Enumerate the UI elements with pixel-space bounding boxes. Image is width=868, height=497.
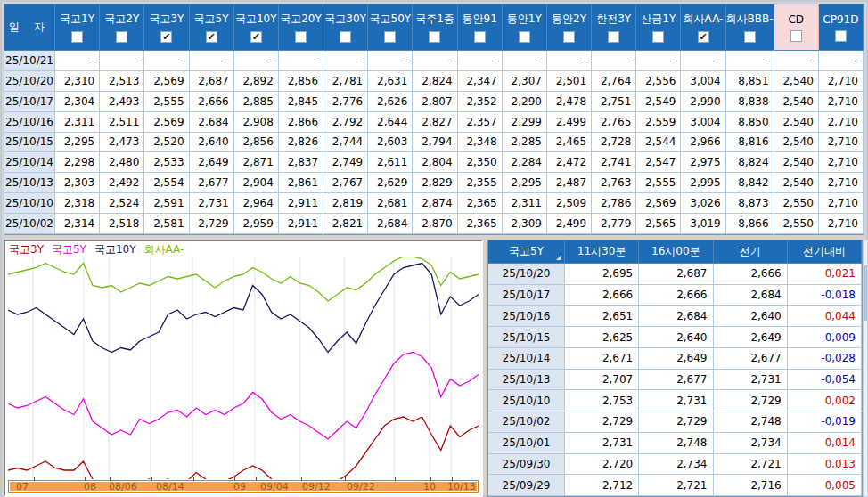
rate-cell: 3,004 (681, 112, 725, 133)
column-header-국고2Y[interactable]: 국고2Y (100, 4, 144, 51)
rate-line-chart (8, 257, 479, 479)
column-header-label: 국고3Y (149, 12, 184, 27)
rate-cell: 2,827 (413, 112, 457, 133)
column-checkbox[interactable] (608, 31, 619, 43)
column-checkbox[interactable]: ✔ (250, 31, 262, 43)
date-column-header[interactable]: 일 자 (4, 4, 55, 51)
rate-cell: 2,544 (636, 133, 681, 153)
rate-cell: 2,779 (592, 214, 636, 234)
column-checkbox[interactable] (563, 31, 575, 43)
detail-scrollbar[interactable] (864, 240, 868, 497)
column-checkbox[interactable] (429, 31, 440, 43)
row-date: 25/10/16 (4, 112, 55, 133)
rate-cell: 8,866 (726, 214, 774, 234)
column-checkbox[interactable] (340, 31, 351, 43)
column-header-국고50Y[interactable]: 국고50Y (368, 4, 413, 51)
rate-cell: 8,873 (726, 193, 774, 214)
rate-cell: - (100, 51, 144, 71)
column-checkbox[interactable] (474, 31, 486, 43)
column-checkbox[interactable] (835, 30, 847, 42)
detail-cell: 2,677 (639, 370, 713, 391)
detail-header-전기[interactable]: 전기 (714, 240, 788, 264)
rate-cell: 2,365 (458, 193, 503, 214)
rate-cell: 2,767 (323, 173, 368, 193)
column-header-국고30Y[interactable]: 국고30Y (323, 4, 368, 51)
column-header-국고10Y[interactable]: 국고10Y✔ (234, 4, 279, 51)
column-header-국주1종[interactable]: 국주1종 (413, 4, 457, 51)
axis-label-09/04: 09/04 (260, 482, 289, 493)
column-header-회사AA-[interactable]: 회사AA-✔ (681, 4, 725, 51)
column-checkbox[interactable]: ✔ (160, 31, 172, 43)
rate-cell: 2,829 (413, 173, 457, 193)
column-header-CP91D[interactable]: CP91D (819, 4, 864, 51)
rate-cell: 2,540 (774, 112, 819, 133)
rate-cell: 2,487 (547, 173, 592, 193)
column-header-회사BBB-[interactable]: 회사BBB- (726, 4, 774, 51)
detail-header-국고5Y[interactable]: 국고5Y (488, 240, 565, 264)
column-header-label: 회사BBB- (726, 12, 774, 27)
column-checkbox[interactable] (384, 31, 396, 43)
column-checkbox[interactable] (116, 31, 127, 43)
detail-cell: 2,671 (565, 348, 639, 370)
column-header-CD[interactable]: CD (774, 4, 819, 51)
rate-cell: 2,307 (503, 71, 547, 92)
rate-cell: 2,870 (413, 214, 457, 234)
row-date: 25/10/17 (4, 92, 55, 112)
column-header-국고5Y[interactable]: 국고5Y✔ (190, 4, 234, 51)
column-checkbox[interactable] (790, 30, 802, 42)
detail-cell: 2,640 (714, 306, 788, 327)
rate-cell: 2,565 (636, 214, 681, 234)
column-checkbox[interactable] (71, 31, 83, 43)
column-header-국고3Y[interactable]: 국고3Y✔ (144, 4, 189, 51)
rate-cell: 2,290 (503, 92, 547, 112)
rate-cell: 2,681 (368, 193, 413, 214)
column-checkbox[interactable] (652, 31, 664, 43)
column-header-통안91[interactable]: 통안91 (458, 4, 503, 51)
chart-x-axis-scrollbar[interactable]: 070808/0608/140909/0409/1209/221010/13 (8, 480, 479, 493)
column-header-한전3Y[interactable]: 한전3Y (592, 4, 636, 51)
rate-cell: 8,824 (726, 152, 774, 173)
detail-header-16시00분[interactable]: 16시00분 (639, 240, 713, 264)
column-checkbox[interactable] (744, 31, 756, 43)
column-header-국고20Y[interactable]: 국고20Y (279, 4, 323, 51)
series-line-회사AA- (8, 257, 479, 301)
rate-cell: 2,837 (279, 152, 323, 173)
column-checkbox[interactable] (519, 31, 530, 43)
rate-cell: 2,555 (144, 92, 189, 112)
axis-tick (430, 477, 431, 481)
detail-header-전기대비[interactable]: 전기대비 (788, 240, 862, 264)
detail-cell: 2,731 (639, 390, 713, 411)
legend-item-국고10Y: 국고10Y (94, 242, 136, 257)
rate-cell: 2,311 (55, 112, 100, 133)
column-header-국고1Y[interactable]: 국고1Y (55, 4, 100, 51)
column-header-통안1Y[interactable]: 통안1Y (503, 4, 547, 51)
rate-cell: 2,856 (279, 71, 323, 92)
column-header-통안2Y[interactable]: 통안2Y (547, 4, 592, 51)
axis-tick (34, 477, 35, 481)
scrollbar-thumb[interactable] (864, 265, 867, 321)
rate-cell: 2,856 (234, 133, 279, 153)
column-checkbox[interactable]: ✔ (698, 31, 709, 43)
rate-cell: 2,559 (636, 112, 681, 133)
rate-cell: 2,501 (547, 71, 592, 92)
column-checkbox[interactable] (295, 31, 307, 43)
column-checkbox[interactable]: ✔ (206, 31, 217, 43)
rate-cell: 2,550 (774, 193, 819, 214)
detail-cell: 2,748 (714, 411, 788, 433)
rate-cell: 2,473 (100, 133, 144, 153)
axis-tick (452, 477, 453, 481)
detail-row-date: 25/10/02 (488, 411, 565, 433)
detail-change-cell: 0,002 (788, 390, 862, 411)
chart-area (8, 257, 479, 479)
rate-cell: 2,554 (144, 173, 189, 193)
axis-label-07: 07 (16, 482, 29, 493)
detail-change-cell: 0,021 (788, 264, 862, 285)
detail-cell: 2,716 (714, 475, 788, 496)
column-header-label: 회사AA- (684, 12, 724, 27)
detail-header-11시30분[interactable]: 11시30분 (565, 240, 639, 264)
column-header-산금1Y[interactable]: 산금1Y (636, 4, 681, 51)
rate-cell: 8,816 (726, 133, 774, 153)
detail-change-cell: -0,018 (788, 285, 862, 306)
axis-tick (151, 477, 152, 481)
rate-cell: 2,352 (458, 92, 503, 112)
